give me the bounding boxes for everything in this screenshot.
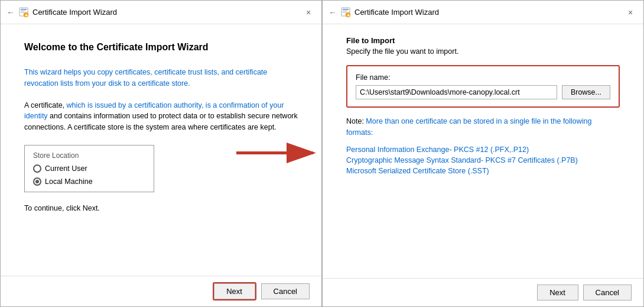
desc-blue: This wizard helps you copy certificates,…: [24, 67, 298, 89]
file-to-import-label: File to Import: [346, 36, 620, 45]
svg-rect-11: [343, 12, 346, 12]
right-back-arrow[interactable]: ←: [328, 8, 337, 17]
svg-rect-10: [343, 11, 347, 11]
file-input-row: Browse...: [356, 85, 610, 99]
left-title-text: Certificate Import Wizard: [32, 8, 117, 17]
browse-button[interactable]: Browse...: [562, 85, 610, 99]
svg-rect-1: [21, 9, 27, 10]
right-close-button[interactable]: ×: [623, 5, 638, 20]
format-item-1: Personal Information Exchange- PKCS #12 …: [346, 144, 620, 155]
svg-rect-3: [21, 12, 24, 12]
left-back-arrow[interactable]: ←: [6, 8, 15, 17]
radio-current-user[interactable]: Current User: [33, 164, 145, 173]
left-next-button[interactable]: Next: [214, 283, 255, 299]
arrow-container: [230, 135, 325, 172]
file-name-input[interactable]: [356, 85, 557, 99]
store-location-title: Store Location: [33, 151, 145, 160]
right-title-text: Certificate Import Wizard: [354, 8, 439, 17]
note-label: Note:: [346, 117, 366, 125]
right-cancel-button[interactable]: Cancel: [583, 285, 632, 300]
radio-local-machine[interactable]: Local Machine: [33, 177, 145, 186]
desc-black: A certificate, which is issued by a cert…: [24, 100, 298, 133]
right-title-bar: ← ★ Certificate Import Wizard ×: [323, 1, 643, 24]
radio-local-machine-circle[interactable]: [33, 177, 41, 186]
format-item-3: Microsoft Serialized Certificate Store (…: [346, 166, 620, 176]
file-name-label: File name:: [356, 73, 610, 82]
note-highlight: More than one certificate can be stored …: [346, 117, 592, 137]
file-to-import-sublabel: Specify the file you want to import.: [346, 47, 620, 56]
direction-arrow: [230, 135, 325, 170]
left-wizard-icon: ★: [18, 7, 29, 18]
continue-text: To continue, click Next.: [24, 204, 298, 212]
format-list: Personal Information Exchange- PKCS #12 …: [346, 144, 620, 176]
right-bottom-bar: Next Cancel: [323, 278, 643, 306]
left-title-bar: ← ★ Certificate Import Wizard ×: [1, 1, 321, 24]
welcome-title: Welcome to the Certificate Import Wizard: [24, 42, 298, 53]
radio-local-machine-label: Local Machine: [45, 177, 93, 186]
right-wizard-icon: ★: [340, 7, 351, 18]
radio-current-user-circle[interactable]: [33, 164, 41, 173]
store-location-box: Store Location Current User Local Machin…: [24, 145, 154, 192]
left-next-button-wrapper: Next: [213, 282, 256, 300]
right-window: ← ★ Certificate Import Wizard × File to …: [322, 0, 644, 307]
left-bottom-bar: Next Cancel: [1, 276, 321, 306]
radio-current-user-label: Current User: [45, 164, 87, 173]
svg-rect-2: [21, 11, 25, 11]
right-content: File to Import Specify the file you want…: [323, 24, 643, 278]
note-text: Note: More than one certificate can be s…: [346, 116, 620, 138]
left-cancel-button[interactable]: Cancel: [261, 283, 310, 299]
format-item-2: Cryptographic Message Syntax Standard- P…: [346, 155, 620, 166]
radio-group: Current User Local Machine: [33, 164, 145, 186]
desc-black-part1: A certificate,: [24, 101, 67, 109]
svg-rect-9: [343, 9, 349, 10]
right-next-button[interactable]: Next: [537, 285, 578, 300]
left-close-button[interactable]: ×: [301, 5, 316, 20]
desc-black-part2: and contains information used to protect…: [24, 112, 298, 131]
file-input-group: File name: Browse...: [346, 65, 620, 108]
